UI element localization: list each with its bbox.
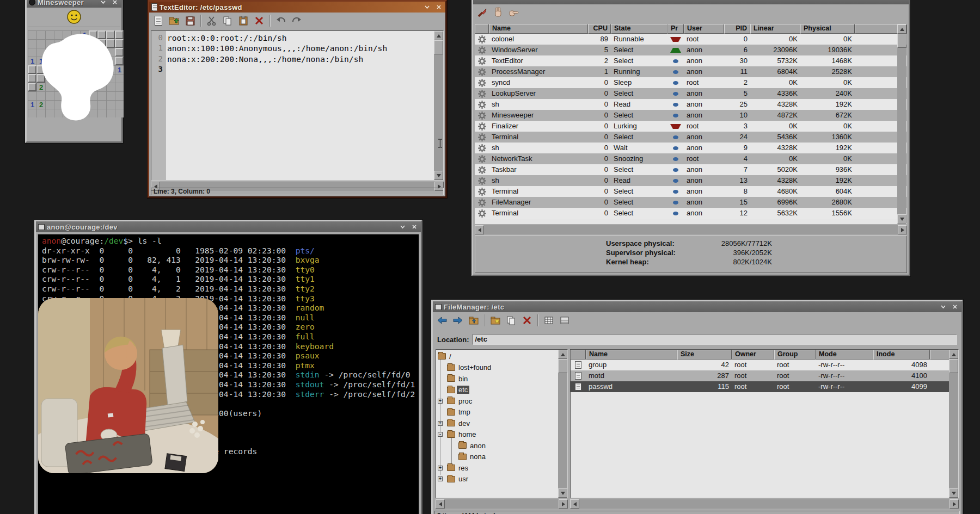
process-row[interactable]: LookupServer0Selectanon54336K240K [475, 88, 907, 99]
tree-item-nona[interactable]: nona [436, 451, 558, 463]
continue-process-hand-icon[interactable] [507, 5, 521, 20]
file-row[interactable]: motd287rootroot-rw-r--r--4100 [571, 370, 958, 381]
expand-plus-icon[interactable]: + [438, 466, 443, 470]
process-row[interactable]: Terminal0Selectanon245436K1360K [475, 132, 907, 143]
scroll-thumb[interactable] [897, 34, 906, 48]
column-header-state[interactable]: State [611, 24, 667, 34]
cut-scissors-icon[interactable] [205, 14, 219, 28]
scroll-thumb[interactable] [558, 359, 567, 373]
process-row[interactable]: FileManager0Selectanon156996K2680K [475, 197, 907, 208]
column-header-size[interactable]: Size [677, 350, 732, 360]
copy-pages-icon[interactable] [220, 14, 235, 28]
tree-item-tmp[interactable]: tmp [436, 407, 558, 418]
delete-red-x-icon[interactable] [252, 14, 266, 28]
minimize-button[interactable] [939, 303, 948, 311]
process-horizontal-scrollbar[interactable] [475, 225, 907, 234]
column-header-name[interactable]: Name [489, 24, 588, 34]
scroll-down-button[interactable] [897, 214, 906, 224]
scroll-track[interactable] [558, 359, 567, 488]
tree-item-proc[interactable]: +proc [436, 395, 558, 407]
forward-arrow-icon[interactable] [451, 313, 465, 327]
scroll-right-button[interactable] [559, 499, 568, 509]
file-row[interactable]: passwd115rootroot-rw-r--r--4099 [571, 381, 958, 392]
minimize-button[interactable] [99, 0, 108, 7]
scroll-track[interactable] [484, 225, 898, 234]
smiley-face-button[interactable] [66, 9, 82, 27]
process-table[interactable]: Name CPU State Pr User PID Linear Physic… [475, 24, 907, 224]
processmanager-titlebar[interactable] [473, 0, 909, 4]
back-arrow-icon[interactable] [435, 313, 449, 327]
process-row[interactable]: colonel89Runnableroot00K0K [475, 34, 907, 45]
process-vertical-scrollbar[interactable] [897, 24, 906, 224]
filemanager-window[interactable]: FileManager: /etc [431, 300, 963, 514]
mine-cell[interactable] [28, 65, 36, 74]
expand-plus-icon[interactable]: + [438, 421, 443, 426]
stop-process-hand-icon[interactable] [491, 5, 505, 20]
scroll-left-button[interactable] [475, 225, 484, 234]
tree-horizontal-scrollbar[interactable] [436, 499, 568, 509]
scroll-up-button[interactable] [434, 31, 443, 40]
processmanager-window[interactable]: Name CPU State Pr User PID Linear Physic… [471, 0, 910, 276]
minimize-button[interactable] [398, 223, 407, 231]
undo-arrow-icon[interactable] [274, 14, 288, 28]
expand-plus-icon[interactable]: + [438, 399, 443, 404]
texteditor-titlebar[interactable]: TextEditor: /etc/passwd [149, 2, 445, 13]
close-button[interactable] [110, 0, 119, 7]
expand-plus-icon[interactable]: + [438, 476, 443, 481]
mine-cell[interactable]: 1 [28, 100, 36, 109]
up-directory-folder-icon[interactable] [467, 313, 481, 327]
open-folder-icon[interactable] [167, 14, 181, 28]
redo-arrow-icon[interactable] [290, 14, 304, 28]
mine-cell[interactable] [28, 39, 36, 48]
scroll-down-button[interactable] [434, 171, 443, 180]
scroll-track[interactable] [897, 34, 906, 214]
column-header-group[interactable]: Group [774, 350, 816, 360]
column-header-inode[interactable]: Inode [873, 350, 930, 360]
texteditor-window[interactable]: TextEditor: /etc/passwd [148, 0, 447, 198]
scroll-down-button[interactable] [949, 488, 958, 498]
tree-vertical-scrollbar[interactable] [558, 350, 567, 498]
close-button[interactable] [434, 3, 443, 11]
column-header-icon[interactable] [475, 24, 489, 34]
process-row[interactable]: Finalizer0Lurkingroot30K0K [475, 121, 907, 132]
process-row[interactable]: Taskbar0Selectanon75020K936K [475, 164, 907, 175]
column-header-mode[interactable]: Mode [816, 350, 873, 360]
column-header-linear[interactable]: Linear [750, 24, 800, 34]
column-header-physical[interactable]: Physical [800, 24, 855, 34]
scroll-right-button[interactable] [898, 225, 907, 234]
tree-item-bin[interactable]: bin [436, 373, 558, 385]
scroll-up-button[interactable] [949, 350, 958, 359]
column-header-owner[interactable]: Owner [732, 350, 774, 360]
process-row[interactable]: TextEditor2Selectanon305732K1468K [475, 55, 907, 66]
mine-cell[interactable] [28, 48, 36, 57]
tree-item-home[interactable]: -home [436, 429, 558, 441]
collapse-minus-icon[interactable]: - [438, 432, 443, 437]
process-row[interactable]: sh0Readanon254328K192K [475, 99, 907, 110]
file-table-horizontal-scrollbar[interactable] [570, 499, 959, 509]
tree-item-dev[interactable]: +dev [436, 418, 558, 429]
tree-item-anon[interactable]: anon [436, 440, 558, 451]
mine-cell[interactable] [28, 74, 36, 83]
column-header-user[interactable]: User [684, 24, 724, 34]
minimize-button[interactable] [422, 3, 432, 11]
process-row[interactable]: WindowServer5Selectanon623096K19036K [475, 45, 907, 55]
process-row[interactable]: NetworkTask0Snoozingroot40K0K [475, 153, 907, 164]
scroll-thumb[interactable] [434, 40, 443, 54]
grid-view-icon[interactable] [542, 313, 556, 327]
tree-item-res[interactable]: +res [436, 462, 558, 474]
close-button[interactable] [950, 303, 959, 311]
new-document-icon[interactable] [151, 14, 166, 28]
close-button[interactable] [409, 223, 419, 231]
scroll-thumb[interactable] [949, 359, 958, 373]
list-view-icon[interactable] [558, 313, 572, 327]
column-header-name[interactable]: Name [586, 350, 677, 360]
scroll-down-button[interactable] [558, 488, 567, 498]
process-row[interactable]: syncd0Sleeproot20K0K [475, 77, 907, 88]
process-row[interactable]: Minesweeper0Selectanon104872K672K [475, 110, 907, 121]
scroll-left-button[interactable] [570, 499, 579, 509]
scroll-track[interactable] [445, 499, 559, 509]
scroll-track[interactable] [579, 499, 950, 509]
terminal-titlebar[interactable]: anon@courage:/dev [36, 221, 421, 232]
kill-process-knife-icon[interactable] [475, 5, 489, 20]
process-row[interactable]: sh0Waitanon94328K192K [475, 143, 907, 153]
